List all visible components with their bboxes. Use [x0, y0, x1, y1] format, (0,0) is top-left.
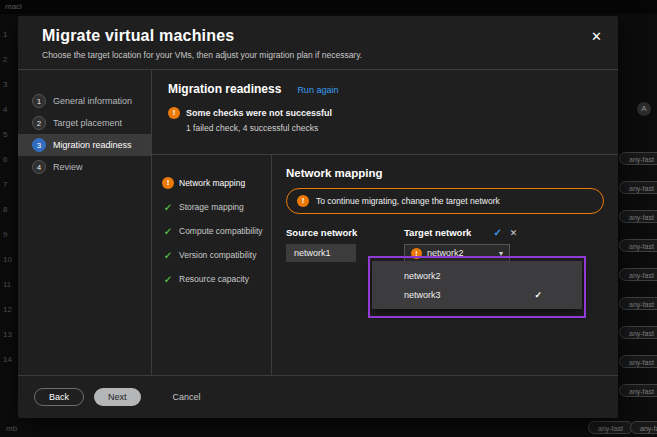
warning-icon: !: [297, 195, 309, 207]
screen: { "background": { "top_left_fragment": "…: [0, 0, 657, 437]
checks-summary-title: Some checks were not successful: [186, 108, 332, 118]
check-item-version-compatibility[interactable]: ✓ Version compatibility: [162, 243, 271, 267]
check-label: Network mapping: [179, 178, 245, 188]
wizard-step-migration-readiness[interactable]: 3 Migration readiness: [18, 134, 151, 156]
wizard-nav: 1 General information 2 Target placement…: [18, 70, 152, 375]
mapping-values: network1 ! network2 ▾: [286, 244, 604, 262]
readiness-summary: Migration readiness Run again ! Some che…: [152, 70, 618, 155]
success-check-icon: ✓: [162, 250, 174, 261]
step-label: Target placement: [53, 118, 122, 128]
run-again-link[interactable]: Run again: [297, 85, 338, 95]
check-label: Compute compatibility: [179, 226, 263, 236]
cancel-x-icon[interactable]: ✕: [510, 228, 518, 238]
migrate-vms-modal: Migrate virtual machines Choose the targ…: [18, 16, 618, 418]
alert-text: To continue migrating, change the target…: [316, 196, 500, 206]
check-label: Storage mapping: [179, 202, 244, 212]
selected-check-icon: ✓: [534, 290, 542, 300]
source-network-header: Source network: [286, 227, 404, 238]
close-icon[interactable]: ✕: [591, 30, 602, 43]
target-network-dropdown: network2 network3 ✓: [372, 261, 582, 309]
modal-header: Migrate virtual machines Choose the targ…: [18, 16, 618, 70]
option-label: network3: [404, 290, 441, 300]
option-label: network2: [404, 271, 441, 281]
modal-title: Migrate virtual machines: [42, 27, 594, 45]
check-item-compute-compatibility[interactable]: ✓ Compute compatibility: [162, 219, 271, 243]
checks-list: ! Network mapping ✓ Storage mapping ✓ Co…: [152, 155, 272, 375]
target-network-value: network2: [427, 248, 494, 258]
readiness-title: Migration readiness: [168, 82, 281, 96]
checks-summary-detail: 1 failed check, 4 successful checks: [186, 123, 602, 133]
check-item-resource-capacity[interactable]: ✓ Resource capacity: [162, 267, 271, 291]
step-label: Migration readiness: [53, 140, 132, 150]
source-network-value: network1: [286, 244, 356, 262]
modal-body: 1 General information 2 Target placement…: [18, 70, 618, 375]
network-mapping-detail: Network mapping ! To continue migrating,…: [272, 155, 618, 375]
check-label: Resource capacity: [179, 274, 249, 284]
step-number-badge: 3: [32, 138, 46, 152]
step-label: Review: [53, 162, 83, 172]
check-item-network-mapping[interactable]: ! Network mapping: [162, 171, 271, 195]
check-item-storage-mapping[interactable]: ✓ Storage mapping: [162, 195, 271, 219]
step-number-badge: 2: [32, 116, 46, 130]
warning-icon: !: [411, 248, 422, 259]
confirm-check-icon[interactable]: ✓: [493, 227, 501, 238]
readiness-panel: ! Network mapping ✓ Storage mapping ✓ Co…: [152, 155, 618, 375]
modal-footer: Back Next Cancel: [18, 375, 618, 418]
warning-alert: ! To continue migrating, change the targ…: [286, 188, 604, 214]
step-content: Migration readiness Run again ! Some che…: [152, 70, 618, 375]
warning-icon: !: [162, 177, 174, 189]
detail-title: Network mapping: [286, 167, 604, 179]
step-label: General information: [53, 96, 132, 106]
back-button[interactable]: Back: [34, 388, 84, 406]
target-network-select[interactable]: ! network2 ▾: [404, 244, 510, 262]
warning-icon: !: [168, 107, 180, 119]
dropdown-option-network2[interactable]: network2: [372, 266, 582, 285]
check-label: Version compatibility: [179, 250, 256, 260]
wizard-step-general-information[interactable]: 1 General information: [18, 90, 151, 112]
chevron-down-icon: ▾: [499, 249, 503, 258]
mapping-headers: Source network Target network ✓ ✕: [286, 227, 604, 238]
success-check-icon: ✓: [162, 202, 174, 213]
modal-subtitle: Choose the target location for your VMs,…: [42, 50, 594, 60]
step-number-badge: 1: [32, 94, 46, 108]
cancel-button[interactable]: Cancel: [159, 388, 215, 406]
wizard-step-review[interactable]: 4 Review: [18, 156, 151, 178]
next-button[interactable]: Next: [94, 388, 141, 406]
step-number-badge: 4: [32, 160, 46, 174]
dropdown-option-network3[interactable]: network3 ✓: [372, 285, 582, 304]
wizard-step-target-placement[interactable]: 2 Target placement: [18, 112, 151, 134]
target-network-header: Target network: [404, 227, 471, 238]
success-check-icon: ✓: [162, 226, 174, 237]
success-check-icon: ✓: [162, 274, 174, 285]
